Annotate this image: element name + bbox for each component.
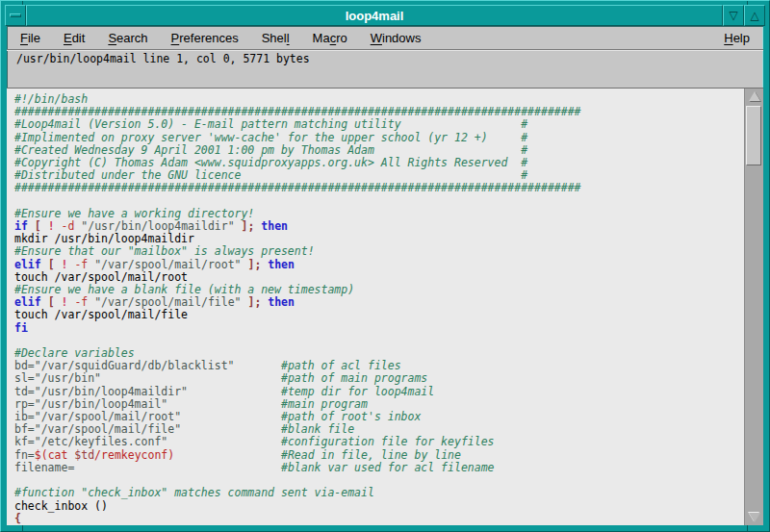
menu-item-preferences[interactable]: Preferences [171,31,239,45]
menubar: FileEditSearchPreferencesShellMacroWindo… [7,26,763,47]
menu-item-search[interactable]: Search [108,31,147,45]
window-menu-button[interactable] [5,5,26,26]
menu-item-macro[interactable]: Macro [313,31,347,45]
statusbar: /usr/bin/loop4mail line 1, col 0, 5771 b… [7,50,763,68]
maximize-button[interactable]: △ [744,5,765,26]
app-window: loop4mail ▽ △ FileEditSearchPreferencesS… [0,0,770,532]
scroll-up-button[interactable] [745,89,763,104]
dash-icon [10,13,21,17]
shade-button[interactable]: ▽ [723,5,744,26]
editor: #!/bin/bash ############################… [7,88,763,525]
titlebar[interactable]: loop4mail ▽ △ [5,5,765,26]
frame-corner-handle[interactable] [747,525,748,531]
window-title: loop4mail [26,5,723,26]
scrollbar-thumb[interactable] [746,106,761,165]
frame-corner-handle[interactable] [22,525,23,531]
scroll-down-button[interactable] [745,510,763,525]
menu-item-file[interactable]: File [20,31,40,45]
menu-item-shell[interactable]: Shell [262,31,290,45]
triangle-up-icon: △ [750,10,758,21]
client-area: FileEditSearchPreferencesShellMacroWindo… [7,26,763,525]
code-area[interactable]: #!/bin/bash ############################… [7,89,744,525]
menu-item-edit[interactable]: Edit [64,31,85,45]
arrow-down-icon [749,513,760,522]
arrow-up-icon [749,91,760,101]
menu-item-help[interactable]: Help [724,31,750,45]
triangle-down-icon: ▽ [729,10,737,21]
menu-item-windows[interactable]: Windows [371,31,422,45]
menubar-items: FileEditSearchPreferencesShellMacroWindo… [20,31,421,45]
scrollbar[interactable] [744,89,763,525]
status-text: /usr/bin/loop4mail line 1, col 0, 5771 b… [16,52,310,65]
